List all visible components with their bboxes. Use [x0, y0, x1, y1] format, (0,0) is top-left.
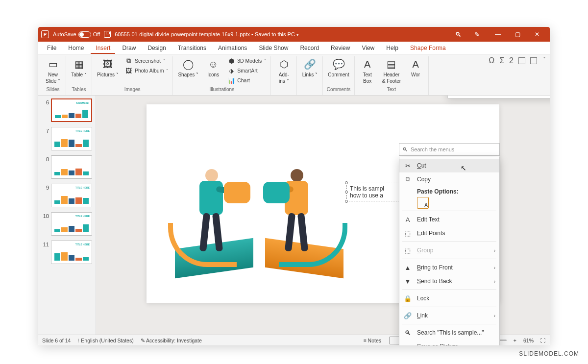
menu-edit-points[interactable]: ⬚Edit Points [399, 226, 499, 240]
powerpoint-icon: P [41, 30, 49, 38]
group-label: Illustrations [210, 86, 235, 94]
thumbnail-slide[interactable]: 8 [42, 155, 94, 179]
menu-item-label: Bring to Front [417, 264, 453, 271]
tab-transitions[interactable]: Transitions [173, 43, 211, 54]
mini-outline[interactable]: ▭Outline˅ [483, 96, 503, 97]
group-icon: ⬚ [403, 246, 412, 255]
thumbnail-slide[interactable]: 6SlideModel [42, 98, 94, 122]
thumbnail-preview[interactable] [51, 155, 92, 179]
menu-item-label: Lock [417, 295, 429, 302]
submenu-arrow-icon: › [494, 279, 495, 284]
maximize-button[interactable]: ▢ [508, 27, 527, 42]
ribbon-text-box[interactable]: ATextBox [358, 56, 377, 85]
ribbon-links[interactable]: 🔗Links ˅ [300, 56, 319, 78]
zoom-in-button[interactable]: + [514, 338, 516, 343]
ribbon-group-misc: 🔗Links ˅ [297, 56, 323, 95]
draw-mode-icon[interactable]: ✎ [469, 31, 484, 38]
tab-record[interactable]: Record [295, 43, 324, 54]
menu-copy[interactable]: ⧉Copy [399, 172, 499, 186]
search-icon[interactable]: 🔍︎ [451, 31, 466, 38]
ribbon-collapse-icon[interactable]: ˅ [543, 56, 546, 63]
ribbon-wor[interactable]: AWor [406, 56, 425, 78]
thumbnail-number: 6 [42, 98, 49, 105]
tab-help[interactable]: Help [381, 43, 403, 54]
tab-file[interactable]: File [42, 43, 61, 54]
ribbon-screenshot[interactable]: ⧉Screenshot ˅ [123, 56, 170, 65]
accessibility-status[interactable]: ✎ Accessibility: Investigate [141, 338, 202, 343]
menu-send-to-back[interactable]: ▼Send to Back› [399, 274, 499, 288]
context-menu-container: 🔍︎ Search the menus ✂Cut⧉CopyPaste Optio… [399, 143, 500, 345]
thumbnail-preview[interactable]: TITLE HERE [51, 127, 92, 150]
tab-home[interactable]: Home [63, 43, 89, 54]
tab-shape-forma[interactable]: Shape Forma [405, 43, 451, 54]
submenu-arrow-icon: › [494, 313, 495, 318]
mini-style[interactable]: ◧Style˅ [449, 96, 466, 97]
ribbon-comment[interactable]: 💬Comment [326, 56, 351, 78]
ribbon-smartart[interactable]: ⬗SmartArt [226, 66, 268, 75]
zoom-level[interactable]: 61% [523, 338, 534, 343]
tab-design[interactable]: Design [143, 43, 171, 54]
mini-animation-styles[interactable]: ★AnimationStyles [546, 96, 550, 97]
mini-new-comment[interactable]: 💬NewComment [503, 96, 529, 97]
ribbon-new-slide[interactable]: ▭NewSlide ˅ [43, 56, 63, 85]
attribution: SLIDEMODEL.COM [519, 350, 579, 357]
ribbon-group-slides: ▭NewSlide ˅Slides [40, 56, 66, 95]
thumbnail-preview[interactable]: SlideModel [51, 98, 92, 122]
fit-to-window-button[interactable]: ⛶ [540, 338, 546, 343]
tab-view[interactable]: View [357, 43, 379, 54]
group-label: Slides [46, 86, 59, 94]
menu-edit-text[interactable]: AEdit Text [399, 213, 499, 226]
menu-link[interactable]: 🔗Link› [399, 309, 499, 322]
menu-cut[interactable]: ✂Cut [399, 159, 499, 172]
ribbon-group-comments: 💬CommentComments [323, 56, 354, 95]
bring-front-icon: ▲ [403, 263, 412, 272]
tab-insert[interactable]: Insert [91, 43, 115, 54]
menu-lock[interactable]: 🔒Lock [399, 291, 499, 305]
mini-toolbar[interactable]: ◧Style˅▰Fill˅▭Outline˅💬NewCommentAFontCo… [447, 96, 550, 98]
photo-album-icon: 🖼 [125, 67, 133, 74]
thumbnail-slide[interactable]: 9TITLE HERE [42, 184, 94, 207]
thumbnail-slide[interactable]: 7TITLE HERE [42, 127, 94, 150]
tab-draw[interactable]: Draw [117, 43, 141, 54]
slide-counter[interactable]: Slide 6 of 14 [42, 338, 71, 343]
paste-keep-text-button[interactable]: A [417, 197, 429, 209]
language-status[interactable]: ⁝ English (United States) [77, 338, 133, 343]
document-title[interactable]: 60555-01-digital-divide-powerpoint-templ… [115, 31, 299, 37]
group-label: Tables [72, 86, 86, 94]
group-label: Text [387, 86, 396, 94]
send-back-icon: ▼ [403, 277, 412, 286]
mini-fill[interactable]: ▰Fill˅ [466, 96, 483, 97]
ribbon-table[interactable]: ▦Table ˅ [69, 56, 89, 78]
save-icon[interactable] [104, 31, 111, 38]
tab-review[interactable]: Review [326, 43, 355, 54]
ribbon-header-footer[interactable]: ▤Header& Footer [380, 56, 403, 85]
normal-view-button[interactable] [389, 337, 400, 344]
ribbon-pictures[interactable]: 🖼Pictures ˅ [95, 56, 121, 78]
close-button[interactable]: ✕ [527, 27, 547, 42]
menu-search-input[interactable]: 🔍︎ Search the menus [399, 143, 500, 156]
tab-slide-show[interactable]: Slide Show [254, 43, 293, 54]
minimize-button[interactable]: — [488, 27, 508, 42]
thumbnail-preview[interactable]: TITLE HERE [51, 184, 92, 207]
table-icon: ▦ [72, 57, 86, 71]
menu-bring-to-front[interactable]: ▲Bring to Front› [399, 261, 499, 274]
ribbon-chart[interactable]: 📊Chart [226, 76, 268, 85]
thumbnail-slide[interactable]: 11TITLE HERE [42, 241, 94, 264]
menu-search-this-is-sample[interactable]: 🔍︎Search "This is sample..." [399, 326, 499, 340]
tab-animations[interactable]: Animations [213, 43, 252, 54]
thumbnail-slide[interactable]: 10TITLE HERE [42, 212, 94, 236]
ribbon-photo-album[interactable]: 🖼Photo Album ˅ [123, 66, 170, 75]
menu-save-as-picture[interactable]: Save as Picture... [399, 340, 499, 345]
autosave-toggle[interactable]: AutoSave Off [53, 31, 100, 38]
ribbon-add--ins[interactable]: ⬡Add-ins ˅ [274, 56, 294, 85]
thumbnail-preview[interactable]: TITLE HERE [51, 212, 92, 236]
ribbon-shapes[interactable]: ◯Shapes ˅ [176, 56, 200, 78]
context-menu[interactable]: ✂Cut⧉CopyPaste Options:AAEdit Text⬚Edit … [399, 157, 500, 345]
notes-button[interactable]: ≡ Notes [364, 338, 381, 343]
lock-icon: 🔒 [403, 294, 412, 303]
thumbnail-preview[interactable]: TITLE HERE [51, 241, 92, 264]
mini-font-color[interactable]: AFontColor˅ [529, 96, 546, 97]
slide-thumbnails-panel[interactable]: 6SlideModel7TITLE HERE89TITLE HERE10TITL… [38, 96, 96, 335]
ribbon-3d-models[interactable]: ⬢3D Models ˅ [226, 56, 268, 65]
ribbon-icons[interactable]: ☺Icons [203, 56, 223, 78]
